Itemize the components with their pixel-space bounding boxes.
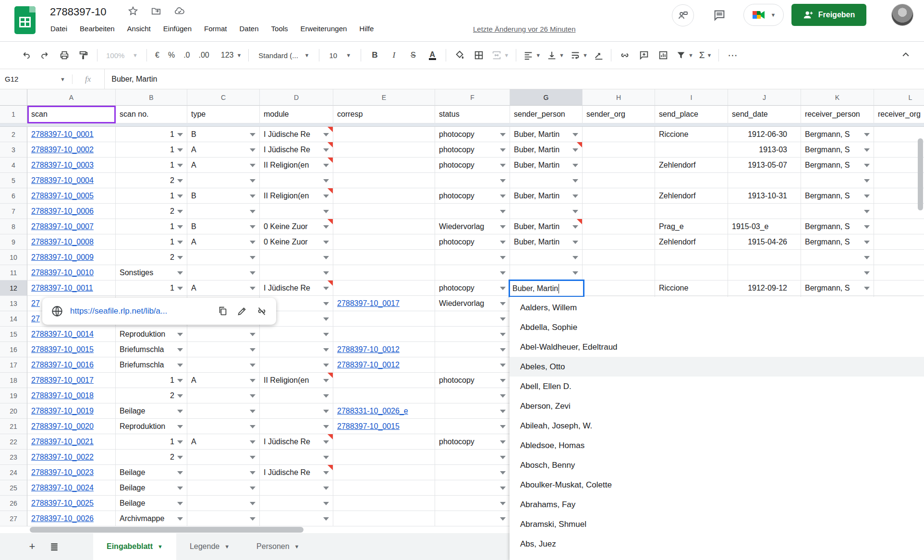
cell-d27[interactable]: [260, 511, 333, 526]
cell-a19[interactable]: 2788397-10_0018: [27, 388, 116, 403]
column-header-a[interactable]: A: [27, 89, 116, 106]
row-header-16[interactable]: 16: [0, 342, 27, 357]
cell-d24[interactable]: I Jüdische Re: [260, 465, 333, 480]
row-header-27[interactable]: 27: [0, 511, 27, 526]
autocomplete-item[interactable]: Abell, Ellen D.: [510, 377, 924, 396]
cell-c19[interactable]: [187, 388, 260, 403]
autocomplete-item[interactable]: Abrahams, Fay: [510, 495, 924, 514]
cell-d10[interactable]: [260, 250, 333, 265]
cell-e20[interactable]: 2788331-10_0026_e: [333, 403, 435, 419]
dropdown-arrow-icon[interactable]: [250, 179, 255, 183]
cell-g9[interactable]: Buber, Martin: [510, 234, 583, 250]
autocomplete-item[interactable]: Aberson, Zevi: [510, 396, 924, 416]
cell-l9[interactable]: [874, 234, 924, 250]
dropdown-arrow-icon[interactable]: [500, 348, 506, 352]
cell-e27[interactable]: [333, 511, 435, 526]
decrease-decimal-button[interactable]: .0: [183, 51, 190, 60]
dropdown-arrow-icon[interactable]: [177, 210, 183, 213]
cell-h7[interactable]: [583, 204, 655, 219]
cell-e9[interactable]: [333, 234, 435, 250]
cell-f22[interactable]: photocopy: [435, 434, 510, 450]
cell-i2[interactable]: Riccione: [655, 127, 728, 142]
dropdown-arrow-icon[interactable]: [323, 287, 329, 290]
undo-icon[interactable]: [20, 48, 32, 62]
dropdown-arrow-icon[interactable]: [323, 241, 329, 244]
sheet-tab-caret-icon[interactable]: ▼: [224, 544, 230, 549]
field-header-cell[interactable]: receiver_org: [874, 106, 924, 123]
cell-i5[interactable]: [655, 173, 728, 188]
cell-a22[interactable]: 2788397-10_0021: [27, 434, 116, 450]
cell-a3[interactable]: 2788397-10_0002: [27, 142, 116, 158]
vertical-scrollbar[interactable]: [918, 138, 923, 210]
cell-e19[interactable]: [333, 388, 435, 403]
field-header-cell[interactable]: scan: [27, 106, 116, 123]
cell-link[interactable]: 27: [31, 299, 40, 308]
dropdown-arrow-icon[interactable]: [177, 287, 183, 290]
cell-k5[interactable]: [801, 173, 874, 188]
column-header-l[interactable]: L: [874, 89, 924, 106]
cell-a20[interactable]: 2788397-10_0019: [27, 403, 116, 419]
cell-i7[interactable]: [655, 204, 728, 219]
menu-daten[interactable]: Daten: [235, 23, 263, 34]
row-header-17[interactable]: 17: [0, 357, 27, 373]
cell-e2[interactable]: [333, 127, 435, 142]
cell-i10[interactable]: [655, 250, 728, 265]
cell-l8[interactable]: [874, 219, 924, 234]
dropdown-arrow-icon[interactable]: [572, 195, 578, 198]
cell-f6[interactable]: photocopy: [435, 188, 510, 204]
cell-k4[interactable]: Bergmann, S: [801, 158, 874, 173]
dropdown-arrow-icon[interactable]: [500, 410, 506, 413]
autocomplete-item[interactable]: Abosch, Benny: [510, 455, 924, 475]
dropdown-arrow-icon[interactable]: [177, 440, 183, 444]
cell-h2[interactable]: [583, 127, 655, 142]
dropdown-arrow-icon[interactable]: [177, 487, 183, 490]
dropdown-arrow-icon[interactable]: [864, 195, 870, 198]
row-header-15[interactable]: 15: [0, 327, 27, 342]
cell-c16[interactable]: [187, 342, 260, 357]
cell-link[interactable]: 2788397-10_0012: [337, 345, 400, 354]
cell-link[interactable]: 2788397-10_0015: [337, 422, 400, 431]
cell-a27[interactable]: 2788397-10_0026: [27, 511, 116, 526]
cell-f9[interactable]: photocopy: [435, 234, 510, 250]
row-header-14[interactable]: 14: [0, 311, 27, 327]
cell-j6[interactable]: 1913-10-31: [728, 188, 801, 204]
cell-c7[interactable]: [187, 204, 260, 219]
dropdown-arrow-icon[interactable]: [177, 410, 183, 413]
dropdown-arrow-icon[interactable]: [500, 225, 506, 229]
dropdown-arrow-icon[interactable]: [500, 456, 506, 459]
row-header-24[interactable]: 24: [0, 465, 27, 480]
cell-b22[interactable]: 1: [116, 434, 187, 450]
format-percent-button[interactable]: %: [168, 51, 175, 60]
cell-b11[interactable]: Sonstiges: [116, 265, 187, 280]
dropdown-arrow-icon[interactable]: [864, 133, 870, 136]
sheet-tab-caret-icon[interactable]: ▼: [158, 544, 163, 549]
cell-k9[interactable]: Bergmann, S: [801, 234, 874, 250]
cell-d11[interactable]: [260, 265, 333, 280]
menu-erweiterungen[interactable]: Erweiterungen: [296, 23, 352, 34]
menu-tools[interactable]: Tools: [267, 23, 292, 34]
cell-a2[interactable]: 2788397-10_0001: [27, 127, 116, 142]
cell-link[interactable]: 2788397-10_0018: [31, 391, 94, 400]
menu-datei[interactable]: Datei: [46, 23, 72, 34]
dropdown-arrow-icon[interactable]: [177, 241, 183, 244]
cell-h9[interactable]: [583, 234, 655, 250]
cell-g5[interactable]: [510, 173, 583, 188]
cell-l2[interactable]: [874, 127, 924, 142]
formula-input[interactable]: Buber, Martin: [104, 69, 924, 89]
field-header-cell[interactable]: type: [187, 106, 260, 123]
font-select[interactable]: Standard (...▼: [255, 48, 312, 62]
cell-e12[interactable]: [333, 280, 435, 296]
dropdown-arrow-icon[interactable]: [500, 471, 506, 475]
dropdown-arrow-icon[interactable]: [250, 456, 255, 459]
cell-e17[interactable]: 2788397-10_0012: [333, 357, 435, 373]
row-header-10[interactable]: 10: [0, 250, 27, 265]
cell-a6[interactable]: 2788397-10_0005: [27, 188, 116, 204]
cell-c22[interactable]: A: [187, 434, 260, 450]
cell-f16[interactable]: [435, 342, 510, 357]
cell-f13[interactable]: Wiedervorlag: [435, 296, 510, 311]
cell-h4[interactable]: [583, 158, 655, 173]
font-size-select[interactable]: 10▼: [326, 48, 354, 62]
column-header-b[interactable]: B: [116, 89, 187, 106]
cell-f27[interactable]: [435, 511, 510, 526]
cell-link[interactable]: 2788397-10_0019: [31, 407, 94, 415]
